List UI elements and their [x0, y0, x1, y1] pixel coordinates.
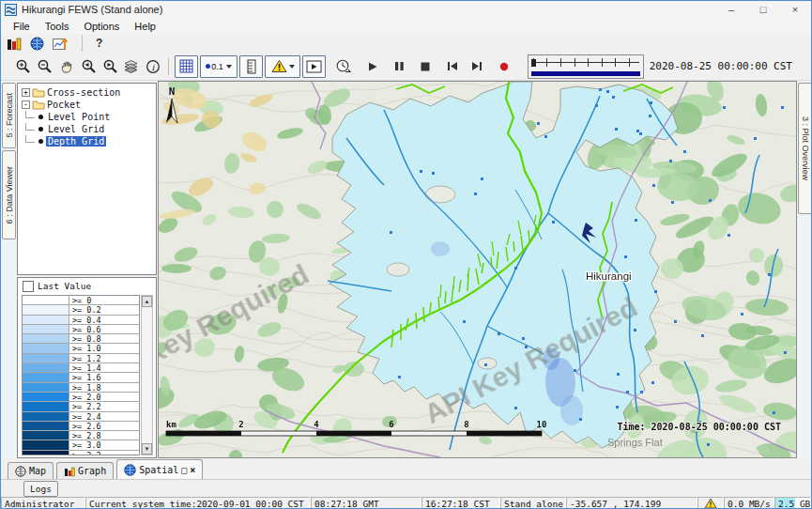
animation-clock-button[interactable]: [332, 56, 354, 77]
legend-panel: Last Value >= 0>= 0.2>= 0.4>= 0.6>= 0.8>…: [17, 277, 157, 458]
first-step-button[interactable]: [441, 56, 463, 77]
legend-row[interactable]: >= 0.8: [23, 334, 139, 344]
checkbox-icon[interactable]: [23, 281, 34, 292]
zoom-next-button[interactable]: [99, 56, 120, 77]
map-view[interactable]: API Key Required API Key Required N km 2…: [158, 81, 797, 458]
record-button[interactable]: [493, 56, 514, 77]
legend-row[interactable]: >= 1.2: [23, 354, 139, 363]
pan-button[interactable]: [55, 56, 77, 77]
legend-row[interactable]: >= 2.4: [23, 412, 139, 422]
status-system-time: Current system time:2020-09-01 00:00 CST: [85, 497, 311, 509]
legend-swatch: [23, 344, 69, 352]
legend-label: >= 2.2: [69, 402, 139, 410]
minimize-button[interactable]: –: [715, 1, 747, 18]
zoom-in-button[interactable]: [12, 56, 34, 77]
tab-graph[interactable]: Graph: [56, 462, 114, 479]
tab-label: Spatial: [139, 465, 178, 475]
menu-file[interactable]: File: [7, 20, 37, 33]
tree-item-depth-grid[interactable]: Depth Grid: [18, 135, 156, 147]
info-button[interactable]: i: [142, 56, 163, 77]
legend-row[interactable]: >= 3.0: [23, 440, 139, 450]
legend-row[interactable]: >= 1.0: [23, 344, 139, 353]
status-memory[interactable]: 2.5 GB: [774, 497, 811, 509]
globe-icon: [124, 464, 136, 476]
stop-button[interactable]: [414, 56, 436, 77]
tab-data-viewer[interactable]: 6 : Data Viewer: [2, 150, 16, 239]
town-label: Hikurangi: [586, 270, 632, 282]
status-coordinates: -35.657 , 174.199: [566, 497, 697, 509]
thresholds-dropdown[interactable]: [265, 55, 300, 78]
last-step-button[interactable]: [466, 56, 487, 77]
legend-label: >= 3.2: [69, 451, 139, 455]
left-tab-strip: 5 : Forecast 6 : Data Viewer: [1, 81, 17, 458]
slider-handle[interactable]: [531, 59, 536, 67]
legend-row[interactable]: >= 0.4: [23, 316, 139, 325]
expander-minus-icon[interactable]: -: [22, 100, 30, 109]
toolbar-separator: [168, 58, 169, 75]
scroll-up-icon[interactable]: ▲: [142, 296, 152, 307]
logs-button[interactable]: Logs: [23, 481, 58, 497]
close-button[interactable]: ×: [779, 1, 811, 18]
folder-open-icon: [32, 100, 45, 110]
legend-row[interactable]: >= 2.6: [23, 422, 139, 431]
menu-help[interactable]: Help: [128, 20, 162, 33]
tab-close-icon[interactable]: ×: [190, 465, 195, 475]
help-button[interactable]: ?: [96, 37, 102, 50]
animation-display-button[interactable]: [302, 55, 326, 78]
legend-row[interactable]: >= 2.0: [23, 393, 139, 402]
tab-restore-icon[interactable]: □: [181, 465, 187, 475]
tab-forecast[interactable]: 5 : Forecast: [2, 83, 16, 148]
legend-label: >= 0: [69, 296, 139, 304]
legend-swatch: [23, 440, 69, 449]
grid-display-button[interactable]: [175, 55, 198, 78]
database-display-button[interactable]: [7, 37, 22, 51]
maximize-button[interactable]: □: [747, 1, 779, 18]
chevron-down-icon: [226, 65, 232, 69]
pause-button[interactable]: [389, 56, 410, 77]
map-display-button[interactable]: [30, 37, 44, 51]
tree-folder-pocket[interactable]: - Pocket: [18, 99, 156, 111]
scroll-down-icon[interactable]: ▼: [142, 443, 152, 455]
last-value-checkbox-row[interactable]: Last Value: [18, 278, 156, 294]
legend-row[interactable]: >= 1.4: [23, 363, 139, 373]
status-gmt-time: 08:27:18 GMT: [311, 497, 421, 509]
legend-label: >= 2.4: [69, 412, 139, 421]
time-slider[interactable]: [528, 54, 644, 79]
tree-folder-cross-section[interactable]: + Cross-section: [18, 86, 156, 99]
legend-label: >= 1.6: [69, 373, 139, 381]
legend-swatch: [23, 412, 69, 421]
legend-row[interactable]: >= 2.8: [23, 431, 139, 440]
tab-map[interactable]: Map: [8, 462, 54, 479]
legend-row[interactable]: >= 1.6: [23, 373, 139, 382]
legend-row[interactable]: >= 1.8: [23, 383, 139, 393]
tree-item-level-point[interactable]: Level Point: [18, 111, 156, 123]
expander-plus-icon[interactable]: +: [22, 88, 30, 97]
legend-row[interactable]: >= 0: [23, 296, 139, 305]
layers-button[interactable]: [120, 56, 142, 77]
tab-plot-overview[interactable]: 3 : Plot Overview: [798, 83, 812, 214]
status-warning-cell[interactable]: [697, 497, 724, 509]
zoom-previous-button[interactable]: [77, 56, 99, 77]
menu-options[interactable]: Options: [77, 20, 126, 33]
tab-spatial[interactable]: Spatial □ ×: [116, 459, 203, 479]
svg-text:8: 8: [464, 420, 468, 429]
current-datetime-label: 2020-08-25 00:00:00 CST: [650, 60, 792, 72]
right-tab-strip: 3 : Plot Overview: [797, 81, 812, 458]
timeseries-display-button[interactable]: [53, 37, 69, 51]
svg-text:km: km: [166, 420, 176, 429]
play-button[interactable]: [361, 56, 383, 77]
svg-text:10: 10: [537, 420, 547, 429]
zoom-out-button[interactable]: [34, 56, 55, 77]
legend-scrollbar[interactable]: ▲ ▼: [141, 295, 153, 455]
menu-tools[interactable]: Tools: [38, 20, 76, 33]
legend-row[interactable]: >= 0.2: [23, 305, 139, 315]
map-canvas[interactable]: API Key Required API Key Required N km 2…: [159, 82, 796, 457]
tree-item-label: Level Grid: [46, 124, 106, 134]
point-size-dropdown[interactable]: 0.1: [200, 55, 237, 78]
legend-row[interactable]: >= 3.2: [23, 451, 139, 455]
longitudinal-profile-button[interactable]: [239, 55, 263, 78]
legend-swatch: [23, 422, 69, 430]
legend-row[interactable]: >= 0.6: [23, 325, 139, 334]
legend-row[interactable]: >= 2.2: [23, 402, 139, 411]
tree-item-level-grid[interactable]: Level Grid: [18, 123, 156, 135]
